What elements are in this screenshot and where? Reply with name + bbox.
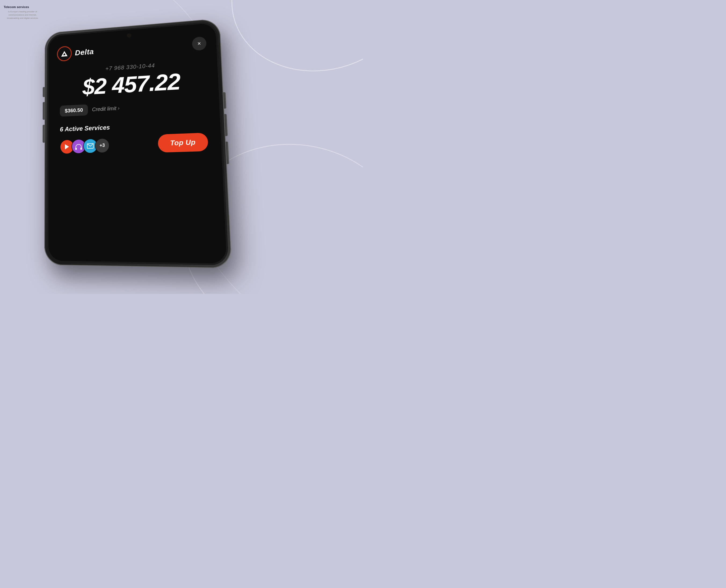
app-logo-group: Delta bbox=[57, 44, 94, 61]
service-count-label: +3 bbox=[100, 143, 105, 148]
camera-notch bbox=[127, 33, 131, 38]
header-title: Telecom services bbox=[4, 5, 41, 8]
phone-body: Delta × +7 968 330-10-44 $2 457.22 $360.… bbox=[44, 18, 232, 268]
service-icons: +3 bbox=[60, 138, 109, 154]
side-button-vol-left-1 bbox=[43, 102, 44, 120]
phone-screen: Delta × +7 968 330-10-44 $2 457.22 $360.… bbox=[48, 23, 227, 264]
side-button-vol-left-2 bbox=[43, 125, 44, 143]
app-name: Delta bbox=[75, 47, 94, 57]
service-icon-more[interactable]: +3 bbox=[95, 138, 109, 153]
bottom-row: +3 Top Up bbox=[58, 132, 211, 155]
app-header: Delta × bbox=[57, 36, 207, 61]
headphone-icon bbox=[76, 144, 82, 149]
side-button-mute bbox=[43, 87, 44, 97]
side-button-volume-up bbox=[224, 114, 228, 136]
phone-mockup: Delta × +7 968 330-10-44 $2 457.22 $360.… bbox=[44, 18, 232, 268]
credit-limit-link[interactable]: Credit limit › bbox=[92, 105, 120, 112]
side-button-volume-down bbox=[226, 142, 229, 164]
close-button[interactable]: × bbox=[192, 36, 206, 51]
header-section: Telecom services Is Europe's leading pro… bbox=[4, 5, 41, 20]
header-description: Is Europe's leading provider of communic… bbox=[4, 10, 41, 20]
credit-badge: $360.50 bbox=[60, 104, 88, 117]
close-icon: × bbox=[197, 41, 201, 46]
svg-point-0 bbox=[215, 0, 363, 91]
topup-label: Top Up bbox=[170, 138, 196, 147]
credit-row: $360.50 Credit limit › bbox=[58, 98, 209, 117]
credit-limit-label: Credit limit bbox=[92, 105, 117, 113]
active-services-label: 6 Active Services bbox=[58, 119, 210, 133]
app-logo bbox=[57, 46, 72, 61]
mail-icon bbox=[87, 143, 94, 148]
screen-border: Delta × +7 968 330-10-44 $2 457.22 $360.… bbox=[47, 21, 229, 265]
delta-triangle-icon bbox=[61, 51, 68, 57]
side-button-power bbox=[223, 92, 226, 109]
play-icon bbox=[65, 144, 69, 149]
topup-button[interactable]: Top Up bbox=[158, 132, 208, 153]
chevron-right-icon: › bbox=[118, 105, 120, 111]
